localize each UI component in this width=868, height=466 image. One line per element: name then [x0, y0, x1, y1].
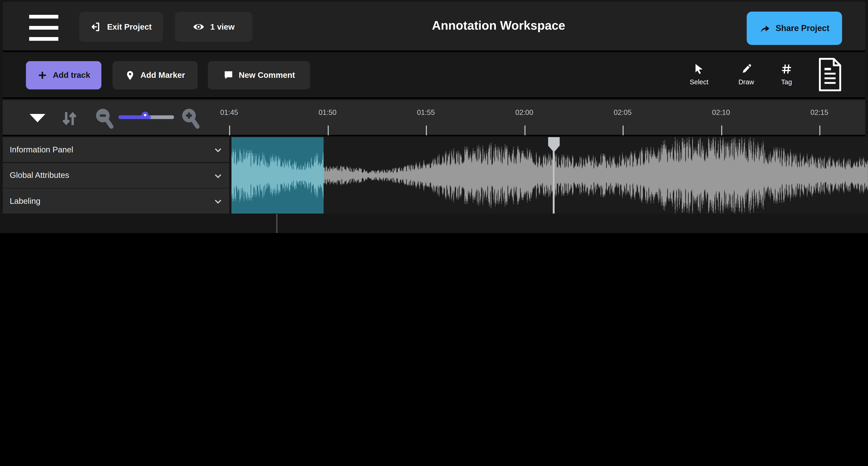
tag-tool[interactable]: Tag [769, 62, 804, 86]
tick-label: 02:10 [712, 108, 730, 117]
new-comment-button[interactable]: New Comment [208, 61, 310, 89]
pencil-icon [740, 62, 752, 76]
views-label: 1 view [210, 22, 235, 32]
tick-mark [328, 125, 329, 135]
sidebar-section-global-attributes[interactable]: Global Attributes [3, 163, 229, 188]
section-label: Information Panel [10, 145, 73, 154]
tick-label: 01:45 [220, 108, 238, 117]
new-comment-label: New Comment [239, 70, 295, 80]
track-dropdown-icon[interactable] [30, 114, 45, 122]
plus-icon [37, 70, 48, 81]
tag-tool-label: Tag [769, 78, 804, 86]
comment-icon [223, 70, 234, 81]
draw-tool-label: Draw [728, 78, 764, 86]
sidebar-section-information-panel[interactable]: Information Panel [3, 137, 229, 162]
share-project-button[interactable]: Share Project [747, 11, 842, 45]
tick-mark [229, 125, 230, 135]
notes-panel-button[interactable] [817, 56, 843, 94]
add-track-label: Add track [53, 70, 90, 80]
tick-label: 02:00 [515, 108, 533, 117]
cursor-icon [693, 62, 705, 76]
sort-arrows-icon[interactable] [58, 108, 81, 130]
tick-label: 01:55 [417, 108, 435, 117]
tick-mark [819, 125, 820, 135]
toolbar: Add track Add Marker New Comment Select [3, 53, 865, 99]
eye-icon [193, 21, 205, 33]
exit-project-label: Exit Project [107, 22, 152, 32]
select-tool-label: Select [681, 78, 717, 86]
waveform-canvas [231, 137, 868, 213]
header-bar: Exit Project 1 view Annotation Workspace… [3, 2, 865, 52]
page-title: Annotation Workspace [432, 19, 565, 33]
share-project-label: Share Project [776, 23, 829, 33]
tick-mark [623, 125, 624, 135]
exit-icon [91, 21, 102, 32]
add-track-button[interactable]: Add track [26, 61, 101, 89]
zoom-slider-handle[interactable] [142, 112, 149, 119]
section-label: Labeling [10, 196, 40, 206]
zoom-out-icon[interactable] [94, 107, 114, 129]
tick-label: 01:50 [318, 108, 337, 117]
chevron-down-icon[interactable] [213, 170, 224, 181]
timeline-bar: 01:4501:5001:5502:0002:0502:1002:15 [3, 100, 865, 136]
tick-mark [426, 125, 427, 135]
tick-label: 02:15 [810, 108, 829, 117]
chevron-down-icon[interactable] [213, 196, 224, 207]
add-marker-label: Add Marker [141, 70, 185, 80]
section-label: Global Attributes [10, 171, 69, 180]
sidebar-section-labeling[interactable]: Labeling [3, 188, 229, 213]
views-button[interactable]: 1 view [175, 12, 252, 42]
tick-mark [721, 125, 722, 135]
add-marker-button[interactable]: Add Marker [113, 61, 198, 89]
zoom-in-icon[interactable] [180, 107, 200, 129]
annotation-workspace: Exit Project 1 view Annotation Workspace… [0, 0, 868, 233]
select-tool[interactable]: Select [681, 62, 717, 86]
exit-project-button[interactable]: Exit Project [79, 12, 163, 42]
share-icon [760, 23, 771, 34]
draw-tool[interactable]: Draw [728, 62, 764, 86]
hash-icon [780, 62, 793, 76]
document-icon [817, 56, 843, 93]
tick-mark [524, 125, 525, 135]
waveform-track[interactable] [231, 137, 868, 213]
map-pin-icon [125, 70, 135, 81]
chevron-down-icon[interactable] [213, 145, 224, 156]
track-sidebar: Information Panel Global Attributes Labe… [3, 137, 229, 213]
tick-label: 02:05 [614, 108, 632, 117]
hamburger-menu-icon[interactable] [29, 15, 58, 41]
